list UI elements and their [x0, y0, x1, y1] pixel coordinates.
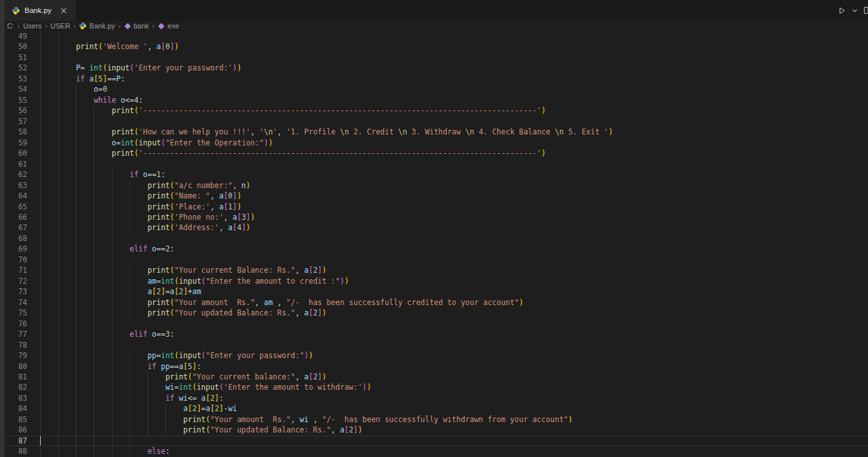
code-line-85[interactable]: 85 print("Your amount Rs.", wi , "/- has…: [5, 414, 868, 425]
code-line-81[interactable]: 81 print("Your current balance:", a[2]): [5, 372, 868, 382]
indent-guide: [94, 169, 94, 180]
run-button[interactable]: [838, 6, 846, 15]
code-line-78[interactable]: 78: [5, 340, 868, 350]
indent-guide: [112, 169, 112, 180]
code-line-65[interactable]: 65 print('Place:', a[1]): [5, 202, 868, 212]
indent-guide: [76, 319, 76, 329]
line-number: 86: [5, 425, 40, 435]
code-line-87[interactable]: 87: [5, 436, 868, 446]
code-line-51[interactable]: 51: [5, 52, 868, 63]
code-token: ): [268, 138, 273, 147]
code-line-63[interactable]: 63 print("a/c number:", n): [5, 180, 868, 191]
code-line-57[interactable]: 57: [5, 116, 868, 127]
code-token: ]: [233, 191, 237, 200]
code-text: print('Place:', a[1]): [40, 202, 242, 211]
code-text: print('Address:', a[4]): [40, 223, 251, 232]
code-token: ): [322, 308, 326, 317]
line-number: 82: [5, 382, 40, 392]
breadcrumb-label: C:: [7, 22, 14, 30]
code-line-68[interactable]: 68: [5, 233, 868, 244]
code-line-74[interactable]: 74 print("Your amount Rs.", am , "/- has…: [5, 297, 868, 308]
code-line-69[interactable]: 69 elif o==2:: [5, 244, 868, 254]
chevron-right-icon: ›: [118, 22, 121, 30]
code-token: ==: [156, 330, 165, 339]
indent-guide: [58, 212, 59, 222]
indent-guide: [58, 180, 59, 191]
breadcrumb-item-bank-py[interactable]: Bank.py: [79, 22, 115, 30]
indent-guide: [58, 41, 59, 52]
code-line-83[interactable]: 83 if wi<= a[2]:: [5, 393, 868, 403]
close-tab-icon[interactable]: [59, 5, 69, 16]
code-line-58[interactable]: 58 print('How can we help you !!!', '\n'…: [5, 127, 868, 137]
code-token: (: [219, 383, 224, 392]
code-line-76[interactable]: 76: [5, 319, 868, 329]
code-token: a: [340, 425, 344, 434]
code-line-54[interactable]: 54 o=0: [5, 84, 868, 94]
code-line-71[interactable]: 71 print("Your current Balance: Rs.", a[…: [5, 265, 868, 275]
code-token: (: [170, 223, 175, 232]
code-token: a: [170, 287, 175, 296]
code-line-56[interactable]: 56 print('------------------------------…: [5, 105, 868, 116]
code-line-84[interactable]: 84 a[2]=a[2]-wi: [5, 403, 868, 414]
code-line-79[interactable]: 79 pp=int(input("Enter your password:")): [5, 350, 868, 361]
breadcrumb-item-c-[interactable]: C:: [7, 22, 14, 30]
code-line-67[interactable]: 67 print('Address:', a[4]): [5, 222, 868, 233]
code-line-60[interactable]: 60 print('------------------------------…: [5, 148, 868, 158]
code-line-49[interactable]: 49: [5, 31, 868, 41]
breadcrumb-item-bank[interactable]: bank: [124, 22, 149, 30]
breadcrumb-item-exe[interactable]: exe: [158, 22, 179, 30]
code-token: ]: [184, 287, 188, 296]
indent-guide: [58, 191, 59, 201]
code-line-72[interactable]: 72 am=int(input("Enter the amount to cre…: [5, 276, 868, 286]
code-token: P: [116, 74, 121, 83]
indent-guide: [94, 403, 94, 414]
code-line-80[interactable]: 80 if pp==a[5]:: [5, 361, 868, 372]
breadcrumb-item-users[interactable]: Users: [23, 22, 42, 30]
indent-guide: [94, 159, 94, 169]
code-line-53[interactable]: 53 if a[5]==P:: [5, 74, 868, 84]
indent-guide: [58, 265, 59, 275]
line-number: 64: [5, 191, 40, 201]
line-number: 51: [5, 52, 40, 63]
code-line-75[interactable]: 75 print("Your updated Balance: Rs.", a[…: [5, 308, 868, 318]
indent-guide: [40, 159, 41, 169]
indent-guide: [129, 414, 130, 425]
code-token: ): [251, 213, 255, 222]
indent-guide: [94, 191, 94, 201]
code-line-77[interactable]: 77 elif o==3:: [5, 329, 868, 339]
tab-bankpy[interactable]: Bank.py: [5, 0, 77, 21]
code-line-55[interactable]: 55 while o<=4:: [5, 95, 868, 105]
indent-guide: [94, 233, 94, 244]
python-file-icon: [12, 6, 20, 15]
code-token: if: [76, 74, 89, 83]
code-line-content: print("Name: ", a[0]): [40, 191, 868, 201]
code-line-52[interactable]: 52 P= int(input('Enter your password:')): [5, 63, 868, 73]
code-line-50[interactable]: 50 print('Welcome ', a[0]): [5, 41, 868, 52]
code-line-70[interactable]: 70: [5, 255, 868, 265]
code-token: wi: [165, 383, 175, 392]
code-token: [: [94, 74, 98, 83]
indent-guide: [129, 393, 130, 403]
code-token: (: [170, 213, 175, 222]
code-line-59[interactable]: 59 o=int(input("Enter the Operation:")): [5, 138, 868, 148]
code-line-82[interactable]: 82 wi=int(input('Enter the amount to wit…: [5, 382, 868, 392]
line-number: 50: [5, 41, 40, 52]
code-line-86[interactable]: 86 print("Your updated Balance: Rs.", a[…: [5, 425, 868, 435]
code-line-88[interactable]: 88 else:: [5, 446, 868, 456]
code-line-64[interactable]: 64 print("Name: ", a[0]): [5, 191, 868, 201]
code-line-73[interactable]: 73 a[2]=a[2]+am: [5, 286, 868, 297]
indent-guide: [40, 414, 41, 425]
code-line-66[interactable]: 66 print('Phone no:', a[3]): [5, 212, 868, 222]
indent-guide: [58, 403, 59, 414]
breadcrumb-item-user[interactable]: USER: [50, 22, 70, 30]
code-editor[interactable]: 4950 print('Welcome ', a[0])5152 P= int(…: [5, 31, 868, 457]
code-line-content: print("Your amount Rs.", am , "/- has be…: [40, 297, 868, 308]
code-token: ,: [295, 308, 304, 317]
code-line-61[interactable]: 61: [5, 159, 868, 169]
code-line-62[interactable]: 62 if o==1:: [5, 169, 868, 180]
code-line-content: print('---------------------------------…: [40, 105, 868, 116]
run-dropdown-chevron[interactable]: [852, 8, 858, 14]
indent-guide: [76, 403, 76, 414]
indent-guide: [58, 393, 59, 403]
split-editor-icon[interactable]: [863, 6, 868, 15]
